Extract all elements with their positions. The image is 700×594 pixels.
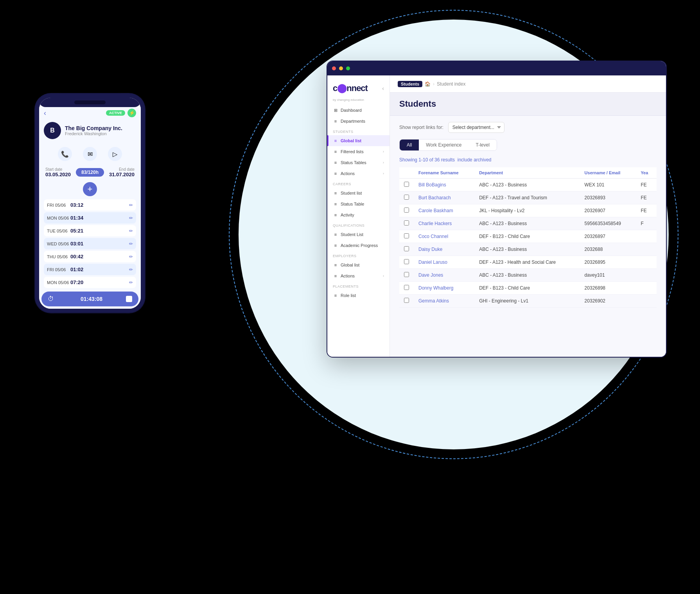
email-button[interactable]: ✉ — [83, 147, 97, 161]
tab-t-level[interactable]: T-level — [469, 140, 497, 150]
row-checkbox[interactable] — [404, 233, 409, 238]
row-checkbox[interactable] — [404, 259, 409, 264]
sidebar-item-departments[interactable]: ≡ Departments — [327, 116, 389, 127]
breadcrumb-home-icon: 🏠 — [425, 81, 431, 87]
header-year[interactable]: Yea — [636, 167, 657, 179]
student-name-link[interactable]: Gemma Atkins — [418, 298, 449, 304]
student-name-link[interactable]: Charlie Hackers — [418, 221, 452, 226]
student-department-cell: JKL - Hospitality - Lv2 — [474, 204, 580, 217]
placements-section-label: PLACEMENTS — [327, 281, 389, 290]
table-row: Burt Bacharach DEF - A123 - Travel and T… — [399, 191, 657, 204]
start-date-label: Start date — [45, 167, 71, 172]
timelog-day: TUE 05/06 — [47, 229, 70, 233]
row-checkbox[interactable] — [404, 208, 409, 213]
tab-all[interactable]: All — [400, 140, 419, 150]
header-username[interactable]: Username / Email — [580, 167, 636, 179]
timelog-edit-button[interactable]: ✏ — [129, 254, 133, 259]
student-name-cell: Burt Bacharach — [414, 191, 474, 204]
timelog-edit-button[interactable]: ✏ — [129, 267, 133, 272]
row-checkbox[interactable] — [404, 182, 409, 187]
results-showing: Showing 1-10 of 36 results — [399, 157, 455, 163]
navigate-button[interactable]: ▷ — [108, 147, 122, 161]
row-checkbox[interactable] — [404, 298, 409, 303]
header-name[interactable]: Forename Surname — [414, 167, 474, 179]
sidebar-item-student-list[interactable]: ≡ Student list — [327, 188, 389, 199]
table-row: Bill BoBagins ABC - A123 - Business WEX … — [399, 179, 657, 191]
close-dot[interactable] — [332, 66, 336, 70]
tab-work-experience[interactable]: Work Experience — [419, 140, 468, 150]
page-content: Students Show report links for: Select d… — [390, 93, 666, 357]
sidebar-item-label-dashboard: Dashboard — [341, 108, 362, 113]
minimize-dot[interactable] — [339, 66, 343, 70]
phone-mockup: ‹ ACTIVE ⚡ B The Big Company Inc. Freder… — [35, 94, 145, 313]
row-checkbox-cell — [399, 230, 414, 243]
row-checkbox-cell — [399, 217, 414, 230]
company-section: B The Big Company Inc. Frederick Washing… — [39, 120, 141, 144]
row-checkbox[interactable] — [404, 272, 409, 277]
students-nav-tab[interactable]: Students — [398, 81, 422, 87]
desktop-window: c⬤nnect ‹ by changing education ⊞ Dashbo… — [327, 61, 667, 358]
stop-button[interactable] — [126, 296, 132, 302]
add-timelog-button[interactable]: + — [83, 182, 97, 196]
sidebar-item-employers-actions[interactable]: ≡ Actions › — [327, 270, 389, 281]
sidebar-item-label-filtered-lists: Filtered lists — [341, 149, 364, 154]
company-name: The Big Company Inc. — [65, 125, 122, 131]
sidebar-item-role-list[interactable]: ≡ Role list — [327, 290, 389, 301]
row-checkbox[interactable] — [404, 285, 409, 290]
sidebar-item-status-table[interactable]: ≡ Status Table — [327, 199, 389, 209]
row-checkbox[interactable] — [404, 195, 409, 200]
maximize-dot[interactable] — [346, 66, 350, 70]
sidebar-item-label-employers-global: Global list — [341, 263, 359, 267]
page-title: Students — [399, 99, 657, 109]
sidebar-item-academic-progress[interactable]: ≡ Academic Progress — [327, 240, 389, 251]
header-department[interactable]: Department — [474, 167, 580, 179]
student-name-link[interactable]: Burt Bacharach — [418, 195, 451, 200]
timelog-edit-button[interactable]: ✏ — [129, 280, 133, 285]
back-button[interactable]: ‹ — [44, 109, 46, 117]
start-date-value: 03.05.2020 — [45, 172, 71, 177]
sidebar-collapse-button[interactable]: ‹ — [382, 85, 384, 91]
department-filter-select[interactable]: Select department... — [448, 122, 504, 133]
sidebar-item-actions[interactable]: ≡ Actions › — [327, 168, 389, 179]
employers-actions-icon: ≡ — [333, 273, 338, 279]
student-name-link[interactable]: Carole Baskham — [418, 208, 453, 213]
sidebar-item-global-list[interactable]: ≡ Global list — [327, 135, 389, 146]
student-username-cell: davey101 — [580, 269, 636, 282]
timelog-day: MON 05/06 — [47, 216, 70, 220]
student-name-link[interactable]: Coco Channel — [418, 234, 448, 239]
table-row: Daisy Duke ABC - A123 - Business 2032688 — [399, 243, 657, 256]
student-name-link[interactable]: Donny Whalberg — [418, 285, 453, 291]
end-date-label: End date — [109, 167, 135, 172]
row-checkbox[interactable] — [404, 246, 409, 251]
filter-row: Show report links for: Select department… — [399, 122, 657, 133]
student-name-link[interactable]: Dave Jones — [418, 272, 443, 278]
table-row: Dave Jones ABC - A123 - Business davey10… — [399, 269, 657, 282]
sidebar-item-status-tables[interactable]: ≡ Status Tables › — [327, 157, 389, 168]
qualifications-section-label: QUALIFICATIONS — [327, 220, 389, 229]
row-checkbox-cell — [399, 256, 414, 269]
sidebar-item-dashboard[interactable]: ⊞ Dashboard — [327, 105, 389, 116]
table-row: Gemma Atkins GHI - Engineering - Lv1 203… — [399, 295, 657, 308]
timelog-edit-button[interactable]: ✏ — [129, 202, 133, 208]
row-checkbox[interactable] — [404, 220, 409, 225]
timelog-edit-button[interactable]: ✏ — [129, 215, 133, 221]
student-name-cell: Daniel Laruso — [414, 256, 474, 269]
include-archived-link[interactable]: include archived — [458, 157, 492, 163]
student-name-link[interactable]: Bill BoBagins — [418, 182, 446, 188]
student-name-link[interactable]: Daniel Laruso — [418, 259, 447, 265]
timelog-edit-button[interactable]: ✏ — [129, 228, 133, 234]
timelog-day: WED 05/06 — [47, 242, 70, 246]
sidebar-item-filtered-lists[interactable]: ≡ Filtered lists › — [327, 146, 389, 157]
phone-call-button[interactable]: 📞 — [58, 147, 72, 161]
sidebar-item-activity[interactable]: ≡ Activity — [327, 209, 389, 220]
timelog-time: 03:01 — [70, 241, 129, 247]
sidebar: c⬤nnect ‹ by changing education ⊞ Dashbo… — [327, 75, 390, 357]
timelog-edit-button[interactable]: ✏ — [129, 241, 133, 247]
row-checkbox-cell — [399, 243, 414, 256]
active-badge: ACTIVE — [106, 110, 125, 116]
student-name-link[interactable]: Daisy Duke — [418, 247, 442, 252]
sidebar-item-student-list-qual[interactable]: ≡ Student List — [327, 229, 389, 240]
sidebar-item-label-student-list: Student list — [341, 191, 362, 195]
row-checkbox-cell — [399, 269, 414, 282]
sidebar-item-employers-global[interactable]: ≡ Global list — [327, 259, 389, 270]
